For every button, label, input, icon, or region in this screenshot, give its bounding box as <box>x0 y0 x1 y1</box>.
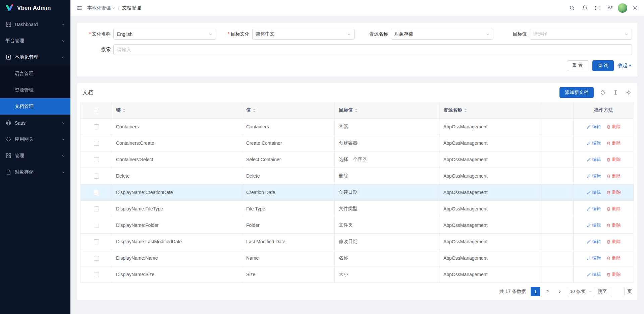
sort-icons <box>355 109 358 112</box>
vben-logo-icon <box>5 3 14 13</box>
sidebar-subitem-document[interactable]: 文档管理 <box>0 98 70 115</box>
delete-button[interactable]: 删除 <box>606 189 621 195</box>
sidebar-item-saas[interactable]: Saas <box>0 115 70 131</box>
row-checkbox[interactable] <box>94 157 99 162</box>
delete-button[interactable]: 删除 <box>606 140 621 146</box>
cell-target-value: 文件夹 <box>335 217 439 234</box>
filter-row: 文化名称 English 目标文化 简体中文 <box>83 29 632 40</box>
settings-gear-icon[interactable] <box>630 3 640 13</box>
fullscreen-icon[interactable] <box>592 3 602 13</box>
edit-button[interactable]: 编辑 <box>587 206 601 212</box>
sort-icons <box>123 109 125 112</box>
cell-key: DisplayName:Size <box>112 266 242 283</box>
sidebar-item-label: 平台管理 <box>5 38 24 44</box>
sidebar-item-dashboard[interactable]: Dashboard <box>0 16 70 33</box>
user-avatar[interactable] <box>618 3 627 13</box>
edit-button[interactable]: 编辑 <box>587 189 601 195</box>
field-search: 搜索 <box>83 44 632 55</box>
target-culture-select[interactable]: 简体中文 <box>252 29 355 40</box>
search-icon[interactable] <box>567 3 577 13</box>
column-settings-gear-icon[interactable] <box>625 89 632 96</box>
pagination-total: 共 17 条数据 <box>499 289 526 295</box>
sidebar-item-storage[interactable]: 对象存储 <box>0 164 70 180</box>
delete-button[interactable]: 删除 <box>606 206 621 212</box>
delete-button[interactable]: 删除 <box>606 173 621 179</box>
edit-button[interactable]: 编辑 <box>587 255 601 261</box>
logo[interactable]: Vben Admin <box>0 0 70 16</box>
delete-button[interactable]: 删除 <box>606 239 621 245</box>
search-keyword-input[interactable] <box>113 44 632 55</box>
sidebar-subitem-language[interactable]: 语言管理 <box>0 65 70 82</box>
delete-button[interactable]: 删除 <box>606 255 621 261</box>
sidebar-item-admin[interactable]: 管理 <box>0 147 70 164</box>
delete-button[interactable]: 删除 <box>606 124 621 130</box>
edit-button[interactable]: 编辑 <box>587 271 601 277</box>
notifications-bell-icon[interactable] <box>580 3 590 13</box>
row-checkbox[interactable] <box>94 190 99 195</box>
menu-fold-icon[interactable] <box>74 3 85 13</box>
row-checkbox[interactable] <box>94 272 99 277</box>
query-button[interactable]: 查 询 <box>592 60 614 71</box>
sidebar-item-gateway[interactable]: 应用网关 <box>0 131 70 147</box>
sidebar-item-platform[interactable]: 平台管理 <box>0 33 70 49</box>
cell-value: Name <box>242 250 335 266</box>
culture-name-select[interactable]: English <box>113 29 216 40</box>
refresh-icon[interactable] <box>599 89 606 96</box>
edit-button[interactable]: 编辑 <box>587 222 601 228</box>
translate-icon[interactable] <box>605 3 615 13</box>
column-header-target-value[interactable]: 目标值 <box>335 102 439 119</box>
page-2-button[interactable]: 2 <box>543 287 552 296</box>
sidebar-subitem-resource[interactable]: 资源管理 <box>0 82 70 98</box>
edit-button[interactable]: 编辑 <box>587 239 601 245</box>
cell-target-value: 删除 <box>335 168 439 184</box>
table-toolbar-actions: 添加新文档 <box>559 87 632 98</box>
select-all-header <box>81 102 112 119</box>
row-checkbox[interactable] <box>94 141 99 146</box>
cell-resource-name: AbpOssManagement <box>439 168 542 184</box>
delete-button[interactable]: 删除 <box>606 222 621 228</box>
row-checkbox[interactable] <box>94 223 99 228</box>
select-all-checkbox[interactable] <box>94 108 99 113</box>
sidebar-item-label: 本地化管理 <box>15 54 38 60</box>
edit-button[interactable]: 编辑 <box>587 173 601 179</box>
delete-button[interactable]: 删除 <box>606 156 621 163</box>
add-document-button[interactable]: 添加新文档 <box>559 87 594 98</box>
sidebar-item-label: Dashboard <box>15 22 38 27</box>
sidebar-subitem-label: 文档管理 <box>15 104 34 109</box>
row-checkbox[interactable] <box>94 256 99 261</box>
row-checkbox[interactable] <box>94 239 99 244</box>
content: 文化名称 English 目标文化 简体中文 <box>70 16 644 314</box>
collapse-toggle[interactable]: 收起 <box>618 63 632 69</box>
table-row: ContainersContainers容器AbpOssManagement编辑… <box>81 119 634 135</box>
column-header-value[interactable]: 值 <box>242 102 335 119</box>
resource-name-select[interactable]: 对象存储 <box>391 29 493 40</box>
table-panel: 文档 添加新文档 <box>77 83 637 300</box>
cell-resource-name: AbpOssManagement <box>439 151 542 168</box>
row-checkbox[interactable] <box>94 174 99 179</box>
edit-button[interactable]: 编辑 <box>587 156 601 163</box>
edit-button[interactable]: 编辑 <box>587 124 601 130</box>
column-header-key[interactable]: 键 <box>112 102 242 119</box>
row-checkbox[interactable] <box>94 124 99 129</box>
page-unit-label: 页 <box>627 289 632 295</box>
reset-button[interactable]: 重 置 <box>567 60 588 71</box>
row-checkbox[interactable] <box>94 206 99 211</box>
next-page-button[interactable] <box>555 287 564 296</box>
main-area: 本地化管理 / 文档管理 <box>70 0 644 314</box>
storage-icon <box>5 169 11 175</box>
column-header-resource-name[interactable]: 资源名称 <box>439 102 542 119</box>
chevron-down-icon <box>112 6 115 10</box>
resize-icon[interactable] <box>612 89 619 96</box>
table-row: DisplayName:LastModifiedDateLast Modifie… <box>81 234 634 250</box>
chevron-down-icon <box>486 33 490 36</box>
cell-value: Create Container <box>242 135 335 151</box>
jump-page-input[interactable] <box>610 287 625 296</box>
breadcrumb-parent[interactable]: 本地化管理 <box>87 5 115 11</box>
chevron-down-icon <box>62 23 65 26</box>
sidebar-item-localization[interactable]: 本地化管理 <box>0 49 70 65</box>
target-value-select[interactable]: 请选择 <box>530 29 632 40</box>
page-size-select[interactable]: 10 条/页 <box>567 287 595 296</box>
edit-button[interactable]: 编辑 <box>587 140 601 146</box>
delete-button[interactable]: 删除 <box>606 271 621 277</box>
page-1-button[interactable]: 1 <box>531 287 540 296</box>
